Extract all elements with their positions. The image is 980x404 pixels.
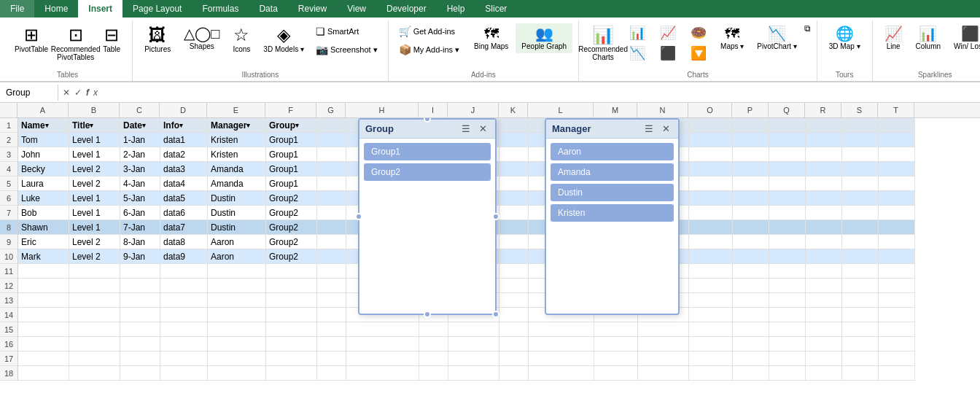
cell-r15-c9[interactable] [448, 322, 499, 337]
manager-slicer[interactable]: Manager ☰ ✕ Aaron Amanda Dustin Kristen [545, 118, 680, 315]
col-header-a[interactable]: A [18, 103, 69, 117]
cell-r6-c16[interactable] [769, 191, 806, 206]
row-num-7[interactable]: 7 [0, 206, 18, 220]
manager-slicer-multiselect-btn[interactable]: ☰ [642, 123, 656, 135]
cell-r16-c3[interactable] [160, 337, 208, 351]
line-chart-button[interactable]: 📈 [653, 23, 682, 42]
cell-r10-c1[interactable]: Level 2 [69, 249, 120, 264]
cell-r7-c4[interactable]: Dustin [208, 206, 266, 220]
cell-r15-c2[interactable] [120, 322, 160, 337]
col-header-m[interactable]: M [594, 103, 637, 117]
group-slicer-left-handle[interactable] [355, 213, 362, 220]
cell-r17-c15[interactable] [733, 351, 769, 366]
cell-r15-c4[interactable] [208, 322, 266, 337]
cell-r16-c16[interactable] [769, 337, 806, 351]
cell-r16-c17[interactable] [806, 337, 842, 351]
cell-r12-c16[interactable] [769, 279, 806, 293]
line-sparkline-button[interactable]: 📈 Line [879, 23, 909, 53]
cell-r3-c6[interactable] [317, 147, 346, 162]
cell-r7-c6[interactable] [317, 206, 346, 220]
row-num-14[interactable]: 14 [0, 308, 18, 322]
cell-r5-c14[interactable] [689, 176, 733, 191]
tab-help[interactable]: Help [437, 0, 475, 18]
cell-r4-c1[interactable]: Level 2 [69, 162, 120, 176]
confirm-icon[interactable]: ✓ [74, 88, 82, 98]
cell-r3-c16[interactable] [769, 147, 806, 162]
scatter-chart-button[interactable]: 📉 [623, 44, 652, 63]
cell-r5-c19[interactable] [879, 176, 915, 191]
cell-r13-c10[interactable] [499, 293, 529, 308]
table-row[interactable] [18, 322, 915, 337]
cell-r16-c10[interactable] [499, 337, 529, 351]
cell-r6-c19[interactable] [879, 191, 915, 206]
cell-r13-c16[interactable] [769, 293, 806, 308]
cell-r17-c7[interactable] [346, 351, 419, 366]
col-header-s[interactable]: S [841, 103, 878, 117]
header-cell-14[interactable] [689, 118, 733, 133]
row-num-12[interactable]: 12 [0, 279, 18, 293]
cell-r14-c14[interactable] [689, 308, 733, 322]
header-cell-10[interactable] [499, 118, 529, 133]
cell-r7-c16[interactable] [769, 206, 806, 220]
pictures-button[interactable]: 🖼 Pictures [139, 23, 176, 56]
cell-r14-c3[interactable] [160, 308, 208, 322]
cell-r12-c17[interactable] [806, 279, 842, 293]
cell-r14-c1[interactable] [69, 308, 120, 322]
cell-r12-c15[interactable] [733, 279, 769, 293]
cell-r12-c2[interactable] [120, 279, 160, 293]
cell-r8-c3[interactable]: data7 [160, 220, 208, 235]
cell-r6-c18[interactable] [842, 191, 879, 206]
winloss-sparkline-button[interactable]: ⬛ Win/ Loss [948, 23, 980, 53]
cell-r9-c15[interactable] [733, 235, 769, 249]
group-slicer-bottom-handle[interactable] [424, 311, 431, 318]
cell-r18-c12[interactable] [594, 366, 638, 381]
cell-r17-c2[interactable] [120, 351, 160, 366]
cell-r8-c2[interactable]: 7-Jan [120, 220, 160, 235]
cell-r13-c2[interactable] [120, 293, 160, 308]
cell-r16-c13[interactable] [638, 337, 689, 351]
manager-slicer-item-aaron[interactable]: Aaron [551, 143, 674, 160]
header-cell-3[interactable]: Info ▾ [160, 118, 208, 133]
cell-r3-c14[interactable] [689, 147, 733, 162]
row-num-4[interactable]: 4 [0, 162, 18, 176]
cell-r8-c4[interactable]: Dustin [208, 220, 266, 235]
cell-r6-c3[interactable]: data5 [160, 191, 208, 206]
cell-r12-c3[interactable] [160, 279, 208, 293]
col-header-n[interactable]: N [637, 103, 688, 117]
row-num-11[interactable]: 11 [0, 264, 18, 279]
col-header-p[interactable]: P [732, 103, 769, 117]
cell-r8-c6[interactable] [317, 220, 346, 235]
header-cell-2[interactable]: Date ▾ [120, 118, 160, 133]
cell-r17-c11[interactable] [529, 351, 594, 366]
cell-r14-c4[interactable] [208, 308, 266, 322]
cell-r6-c6[interactable] [317, 191, 346, 206]
cell-r16-c4[interactable] [208, 337, 266, 351]
tab-data[interactable]: Data [249, 0, 287, 18]
cell-r10-c15[interactable] [733, 249, 769, 264]
formula-input[interactable] [102, 85, 980, 101]
cell-r16-c7[interactable] [346, 337, 419, 351]
cell-r4-c19[interactable] [879, 162, 915, 176]
table-row[interactable] [18, 351, 915, 366]
row-num-1[interactable]: 1 [0, 118, 18, 133]
cell-r9-c16[interactable] [769, 235, 806, 249]
cell-r12-c14[interactable] [689, 279, 733, 293]
cell-r11-c18[interactable] [842, 264, 879, 279]
row-num-8[interactable]: 8 [0, 220, 18, 235]
cell-r15-c3[interactable] [160, 322, 208, 337]
cell-r16-c2[interactable] [120, 337, 160, 351]
cell-r3-c3[interactable]: data2 [160, 147, 208, 162]
cell-r10-c16[interactable] [769, 249, 806, 264]
cell-r13-c4[interactable] [208, 293, 266, 308]
cell-r9-c14[interactable] [689, 235, 733, 249]
cell-r15-c7[interactable] [346, 322, 419, 337]
cell-r17-c8[interactable] [419, 351, 448, 366]
cell-r10-c18[interactable] [842, 249, 879, 264]
cell-r2-c16[interactable] [769, 133, 806, 147]
cell-r10-c19[interactable] [879, 249, 915, 264]
col-header-l[interactable]: L [528, 103, 594, 117]
cell-r17-c14[interactable] [689, 351, 733, 366]
row-num-10[interactable]: 10 [0, 249, 18, 264]
cell-r7-c2[interactable]: 6-Jan [120, 206, 160, 220]
cell-r5-c0[interactable]: Laura [18, 176, 69, 191]
